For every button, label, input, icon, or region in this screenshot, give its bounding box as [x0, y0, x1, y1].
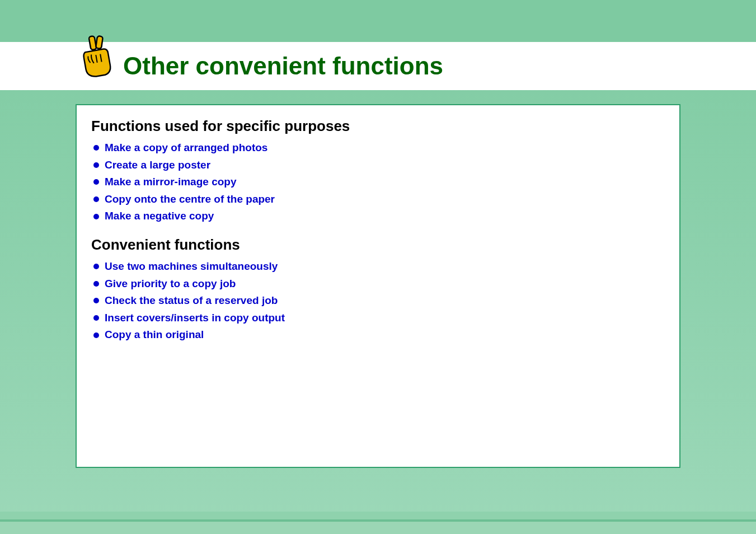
bullet-icon — [93, 264, 99, 269]
link-arranged-photos[interactable]: Make a copy of arranged photos — [105, 140, 267, 156]
link-negative-copy[interactable]: Make a negative copy — [105, 209, 214, 224]
link-two-machines[interactable]: Use two machines simultaneously — [105, 259, 278, 274]
list-item: Copy onto the centre of the paper — [93, 192, 665, 207]
content-box: Functions used for specific purposes Mak… — [76, 104, 680, 468]
bullet-icon — [93, 332, 99, 338]
list-item: Insert covers/inserts in copy output — [93, 311, 665, 326]
svg-rect-0 — [89, 36, 97, 50]
list-item: Create a large poster — [93, 158, 665, 173]
bullet-icon — [93, 196, 99, 202]
list-item: Make a mirror-image copy — [93, 175, 665, 190]
link-mirror-image[interactable]: Make a mirror-image copy — [105, 175, 236, 190]
link-priority-job[interactable]: Give priority to a copy job — [105, 277, 236, 292]
page-title: Other convenient functions — [123, 52, 443, 80]
list-item: Make a negative copy — [93, 209, 665, 224]
svg-rect-1 — [96, 36, 103, 49]
bullet-icon — [93, 214, 99, 219]
list-item: Make a copy of arranged photos — [93, 140, 665, 156]
link-large-poster[interactable]: Create a large poster — [105, 158, 210, 173]
bullet-icon — [93, 298, 99, 303]
bullet-icon — [93, 281, 99, 287]
footer-strip — [0, 512, 756, 534]
list-item: Use two machines simultaneously — [93, 259, 665, 274]
bullet-icon — [93, 179, 99, 185]
list-item: Check the status of a reserved job — [93, 293, 665, 308]
list-item: Copy a thin original — [93, 327, 665, 343]
bullet-icon — [93, 315, 99, 321]
content-wrapper: Functions used for specific purposes Mak… — [0, 90, 756, 468]
link-list-convenient: Use two machines simultaneously Give pri… — [91, 259, 665, 343]
link-thin-original[interactable]: Copy a thin original — [105, 327, 204, 343]
bullet-icon — [93, 145, 99, 151]
bullet-icon — [93, 162, 99, 168]
link-centre-paper[interactable]: Copy onto the centre of the paper — [105, 192, 275, 207]
link-covers-inserts[interactable]: Insert covers/inserts in copy output — [105, 311, 285, 326]
section-heading-specific: Functions used for specific purposes — [91, 118, 665, 135]
list-item: Give priority to a copy job — [93, 277, 665, 292]
section-heading-convenient: Convenient functions — [91, 236, 665, 254]
link-list-specific: Make a copy of arranged photos Create a … — [91, 140, 665, 224]
link-check-status[interactable]: Check the status of a reserved job — [105, 293, 278, 308]
hand-peace-icon — [78, 35, 114, 79]
